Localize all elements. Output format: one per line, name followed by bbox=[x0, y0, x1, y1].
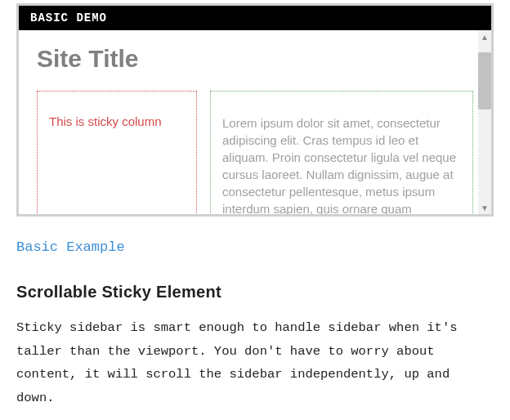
site-title: Site Title bbox=[37, 45, 473, 73]
content-column: Lorem ipsum dolor sit amet, consectetur … bbox=[210, 91, 473, 214]
scroll-up-icon[interactable]: ▲ bbox=[478, 30, 491, 43]
demo-content: Site Title This is sticky column Lorem i… bbox=[19, 30, 491, 214]
sticky-column: This is sticky column bbox=[37, 91, 197, 214]
basic-example-link[interactable]: Basic Example bbox=[16, 239, 125, 255]
scrollbar-thumb[interactable] bbox=[478, 52, 491, 109]
scroll-down-icon[interactable]: ▼ bbox=[478, 201, 491, 214]
demo-frame: BASIC DEMO Site Title This is sticky col… bbox=[16, 3, 494, 217]
columns: This is sticky column Lorem ipsum dolor … bbox=[37, 91, 473, 214]
demo-header: BASIC DEMO bbox=[19, 6, 491, 30]
scrollbar[interactable]: ▲ ▼ bbox=[478, 30, 491, 214]
body-paragraph: Sticky sidebar is smart enough to handle… bbox=[16, 316, 494, 410]
section-heading: Scrollable Sticky Element bbox=[16, 283, 494, 302]
